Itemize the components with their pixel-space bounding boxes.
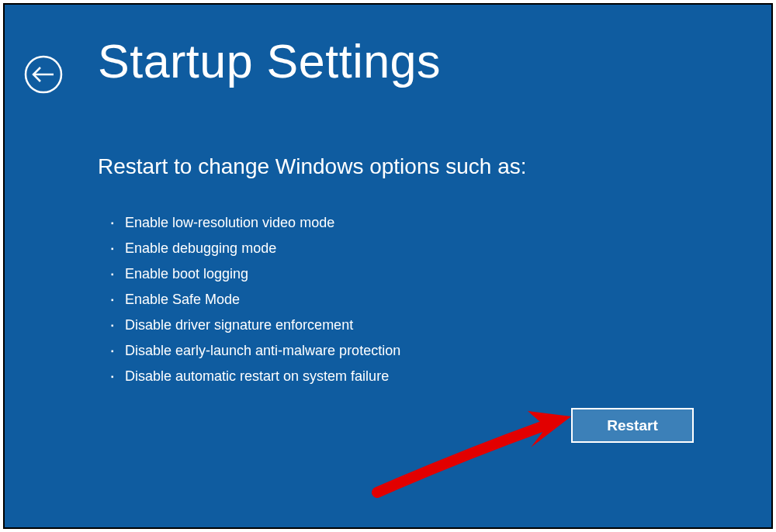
page-title: Startup Settings [98,34,441,88]
recovery-frame: Startup Settings Restart to change Windo… [3,3,773,529]
back-button[interactable] [24,55,63,94]
option-item: Enable boot logging [111,261,400,287]
option-item: Disable automatic restart on system fail… [111,364,400,389]
option-item: Disable driver signature enforcement [111,313,400,338]
arrow-annotation-icon [362,409,587,502]
subheading: Restart to change Windows options such a… [98,154,527,179]
option-item: Disable early-launch anti-malware protec… [111,338,400,364]
svg-marker-2 [528,411,571,447]
back-arrow-icon [24,55,63,94]
restart-button[interactable]: Restart [571,408,694,443]
option-item: Enable Safe Mode [111,287,400,313]
option-item: Enable debugging mode [111,236,400,261]
options-list: Enable low-resolution video mode Enable … [111,210,400,389]
option-item: Enable low-resolution video mode [111,210,400,236]
